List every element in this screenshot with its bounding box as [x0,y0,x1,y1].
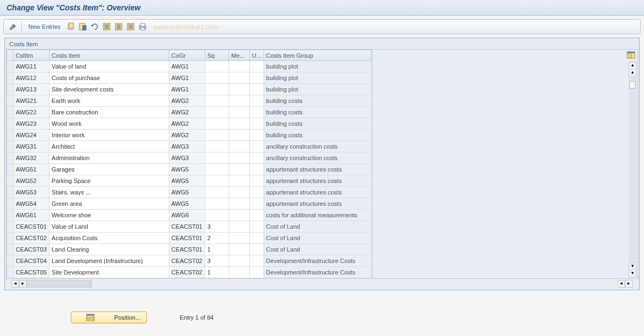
table-row[interactable]: AWG24Interior workAWG2building costs [7,130,372,141]
col-cogr[interactable]: CoGr [169,50,205,61]
cell-cogr[interactable]: AWG6 [169,210,205,221]
row-selector[interactable] [7,141,14,152]
table-row[interactable]: AWG31ArchitectAWG3ancillary construction… [7,141,372,152]
cell-u[interactable] [249,267,263,278]
cell-costs-item[interactable]: Earth work [49,95,169,107]
cell-costs-item[interactable]: Garages [49,164,169,175]
table-row[interactable]: AWG32AdministrationAWG3ancillary constru… [7,152,372,164]
cell-cogr[interactable]: AWG3 [169,141,205,152]
cell-cstitm[interactable]: CEACST05 [14,267,50,278]
cell-cstitm[interactable]: AWG54 [14,198,50,210]
row-selector[interactable] [7,164,14,175]
cell-me[interactable] [229,72,249,84]
cell-u[interactable] [249,61,263,72]
table-row[interactable]: AWG21Earth workAWG2building costs [7,95,372,107]
cell-sq[interactable] [205,61,229,72]
cell-cogr[interactable]: AWG2 [169,130,205,141]
select-block-icon[interactable] [114,22,124,32]
cell-me[interactable] [229,130,249,141]
cell-me[interactable] [229,210,249,221]
cell-me[interactable] [229,164,249,175]
cell-u[interactable] [249,210,263,221]
cell-cogr[interactable]: AWG2 [169,118,205,130]
cell-cogr[interactable]: AWG1 [169,61,205,72]
col-group[interactable]: Costs Item Group [263,50,371,61]
row-selector[interactable] [7,175,14,187]
row-selector[interactable] [7,255,14,267]
cell-cogr[interactable]: AWG2 [169,107,205,118]
cell-costs-item[interactable]: Interior work [49,130,169,141]
new-entries-button[interactable]: New Entries [25,22,64,31]
scroll-up-icon[interactable]: ▲ [629,62,636,69]
cell-cstitm[interactable]: AWG24 [14,130,50,141]
cell-u[interactable] [249,152,263,164]
cell-cstitm[interactable]: CEACST04 [14,255,50,267]
cell-sq[interactable] [205,72,229,84]
cell-cstitm[interactable]: AWG21 [14,95,50,107]
row-selector[interactable] [7,118,14,130]
cell-cogr[interactable]: AWG3 [169,152,205,164]
cell-sq[interactable]: 1 [205,244,229,255]
row-selector[interactable] [7,198,14,210]
cell-me[interactable] [229,267,249,278]
scroll-down2-icon[interactable]: ▼ [629,270,636,277]
cell-u[interactable] [249,244,263,255]
row-selector[interactable] [7,107,14,118]
cell-cstitm[interactable]: AWG13 [14,84,50,95]
scroll-right-inner-icon[interactable]: ► [19,280,27,288]
cell-cstitm[interactable]: AWG23 [14,118,50,130]
cell-cogr[interactable]: AWG1 [169,72,205,84]
cell-cstitm[interactable]: CEACST01 [14,221,50,233]
change-icon[interactable] [8,22,18,32]
cell-me[interactable] [229,198,249,210]
table-row[interactable]: AWG61Welcome shoeAWG6costs for additiona… [7,210,372,221]
cell-sq[interactable] [205,107,229,118]
cell-costs-item[interactable]: Architect [49,141,169,152]
col-selector[interactable] [7,50,14,61]
cell-u[interactable] [249,175,263,187]
scroll-down-icon[interactable]: ▼ [629,262,636,270]
cell-me[interactable] [229,84,249,95]
copy-as-icon[interactable] [66,22,76,32]
table-row[interactable]: CEACST02Acquisition CostsCEACST012Cost o… [7,233,372,244]
cell-sq[interactable]: 2 [205,233,229,244]
undo-icon[interactable] [90,22,100,32]
cell-cstitm[interactable]: CEACST03 [14,244,50,255]
cell-me[interactable] [229,95,249,107]
table-row[interactable]: AWG52Parking SpaceAWG5appurtenant struct… [7,175,372,187]
cell-u[interactable] [249,141,263,152]
cell-costs-item[interactable]: Costs of purchase [49,72,169,84]
cell-u[interactable] [249,255,263,267]
cell-me[interactable] [229,152,249,164]
scroll-up2-icon[interactable]: ▲ [629,69,636,76]
cell-costs-item[interactable]: Value of Land [49,221,169,233]
table-row[interactable]: CEACST01Value of LandCEACST013Cost of La… [7,221,372,233]
scroll-left2-icon[interactable]: ◄ [617,280,625,288]
cell-u[interactable] [249,107,263,118]
cell-cstitm[interactable]: AWG53 [14,187,50,198]
cell-sq[interactable] [205,164,229,175]
cell-costs-item[interactable]: Green area [49,198,169,210]
cell-costs-item[interactable]: Site Development [49,267,169,278]
cell-me[interactable] [229,175,249,187]
cell-u[interactable] [249,164,263,175]
cell-u[interactable] [249,198,263,210]
hscroll-track[interactable] [27,280,92,288]
select-all-icon[interactable] [102,22,112,32]
cell-me[interactable] [229,244,249,255]
scroll-left-icon[interactable]: ◄ [11,280,19,288]
cell-cstitm[interactable]: AWG11 [14,61,50,72]
cell-costs-item[interactable]: Administration [49,152,169,164]
cell-sq[interactable] [205,130,229,141]
row-selector[interactable] [7,267,14,278]
table-row[interactable]: CEACST03Land ClearingCEACST011Cost of La… [7,244,372,255]
table-row[interactable]: AWG13Site development costsAWG1building … [7,84,372,95]
cell-cstitm[interactable]: AWG61 [14,210,50,221]
cell-cogr[interactable]: AWG5 [169,175,205,187]
print-icon[interactable] [138,22,148,32]
cell-costs-item[interactable]: Wood work [49,118,169,130]
cell-sq[interactable] [205,175,229,187]
row-selector[interactable] [7,61,14,72]
cell-cstitm[interactable]: CEACST02 [14,233,50,244]
vertical-scrollbar[interactable]: ▲ ▲ ▼ ▼ [629,62,636,277]
